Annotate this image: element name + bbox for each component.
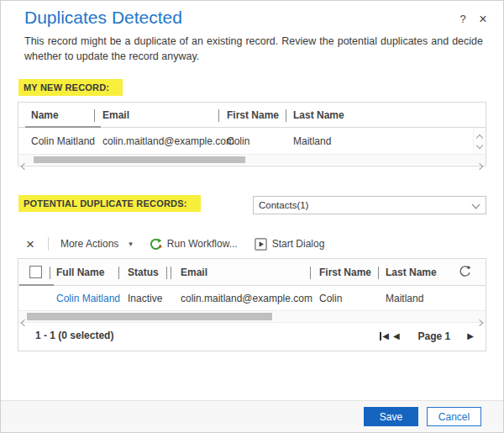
grid-footer: 1 - 1 (0 selected) ◀ ◀ Page 1 ▶ — [18, 323, 486, 349]
scroll-right-icon[interactable] — [477, 157, 482, 172]
duplicates-detected-dialog: Duplicates Detected ? × This record migh… — [0, 0, 504, 433]
previous-page-icon[interactable]: ◀ — [393, 331, 400, 341]
column-divider — [310, 267, 311, 279]
column-divider — [118, 267, 119, 279]
run-workflow-icon — [150, 238, 162, 251]
new-record-grid-header: Name Email First Name Last Name — [18, 103, 486, 128]
scrollbar-thumb[interactable] — [34, 156, 245, 163]
dialog-description: This record might be a duplicate of an e… — [24, 34, 483, 64]
column-header-full-name[interactable]: Full Name — [56, 259, 104, 285]
pagination: ◀ ◀ Page 1 ▶ — [380, 323, 474, 349]
table-row[interactable]: Colin Maitland colin.maitland@example.co… — [18, 128, 486, 154]
record-link[interactable]: Colin Maitland — [56, 286, 120, 310]
column-divider — [218, 109, 219, 122]
chevron-down-icon — [472, 201, 480, 209]
page-label: Page 1 — [418, 330, 451, 342]
entity-select-value: Contacts(1) — [259, 200, 308, 210]
potential-duplicates-label: POTENTIAL DUPLICATE RECORDS: — [18, 195, 201, 212]
scroll-left-icon[interactable] — [22, 157, 27, 172]
horizontal-scrollbar[interactable] — [18, 154, 486, 165]
column-header-last-name[interactable]: Last Name — [386, 259, 437, 285]
column-header-email[interactable]: Email — [181, 259, 207, 285]
dialog-action-bar: Save Cancel — [1, 400, 503, 432]
column-divider — [171, 267, 171, 279]
cell-first-name: Colin — [227, 128, 249, 154]
my-new-record-label: MY NEW RECORD: — [18, 79, 123, 96]
cell-last-name: Maitland — [293, 128, 331, 154]
refresh-icon[interactable] — [458, 265, 472, 283]
scroll-down-icon[interactable] — [477, 139, 482, 150]
save-button[interactable]: Save — [364, 407, 418, 426]
column-divider — [378, 267, 379, 279]
vertical-scrollbar[interactable] — [473, 128, 486, 154]
start-dialog-icon — [255, 238, 267, 251]
chevron-down-icon: ▾ — [129, 240, 133, 248]
cell-email: colin.maitland@example.com — [181, 286, 312, 310]
more-actions-label: More Actions — [60, 238, 118, 250]
column-header-name[interactable]: Name — [31, 103, 59, 127]
page-title: Duplicates Detected — [24, 8, 182, 28]
cell-first-name: Colin — [319, 286, 342, 310]
close-icon[interactable]: × — [475, 12, 491, 27]
more-actions-button[interactable]: More Actions ▾ — [60, 238, 133, 250]
cell-email: colin.maitland@example.com — [102, 128, 234, 154]
column-divider — [50, 267, 50, 279]
column-divider — [94, 109, 95, 122]
next-page-icon[interactable]: ▶ — [467, 331, 474, 341]
run-workflow-label: Run Workflow... — [167, 238, 238, 250]
duplicates-grid: Full Name Status Email First Name Last N… — [18, 258, 486, 351]
cell-name: Colin Maitland — [31, 128, 95, 154]
scrollbar-thumb[interactable] — [27, 313, 272, 320]
help-icon[interactable]: ? — [455, 12, 470, 27]
run-workflow-button[interactable]: Run Workflow... — [150, 238, 238, 251]
column-header-email[interactable]: Email — [102, 103, 129, 127]
start-dialog-label: Start Dialog — [272, 238, 325, 250]
column-header-status[interactable]: Status — [128, 259, 159, 285]
delete-icon[interactable]: × — [26, 237, 34, 251]
duplicates-grid-header: Full Name Status Email First Name Last N… — [18, 259, 486, 286]
select-all-checkbox[interactable] — [29, 266, 42, 278]
first-page-icon[interactable]: ◀ — [380, 331, 389, 341]
grid-toolbar: × More Actions ▾ Run Workflow... — [18, 235, 486, 253]
column-header-last-name[interactable]: Last Name — [293, 103, 344, 127]
table-row[interactable]: Colin Maitland Inactive colin.maitland@e… — [18, 286, 486, 310]
column-divider — [166, 267, 167, 279]
new-record-grid: Name Email First Name Last Name Colin Ma… — [18, 102, 486, 166]
column-divider — [286, 109, 286, 122]
record-count: 1 - 1 (0 selected) — [35, 330, 113, 341]
start-dialog-button[interactable]: Start Dialog — [255, 238, 325, 251]
horizontal-scrollbar[interactable] — [18, 310, 486, 323]
cell-last-name: Maitland — [386, 286, 423, 310]
column-header-first-name[interactable]: First Name — [227, 103, 279, 127]
cancel-button[interactable]: Cancel — [427, 407, 481, 426]
cell-status: Inactive — [128, 286, 162, 310]
toolbar-divider — [48, 237, 49, 251]
entity-select[interactable]: Contacts(1) — [253, 196, 486, 214]
column-header-first-name[interactable]: First Name — [319, 259, 371, 285]
